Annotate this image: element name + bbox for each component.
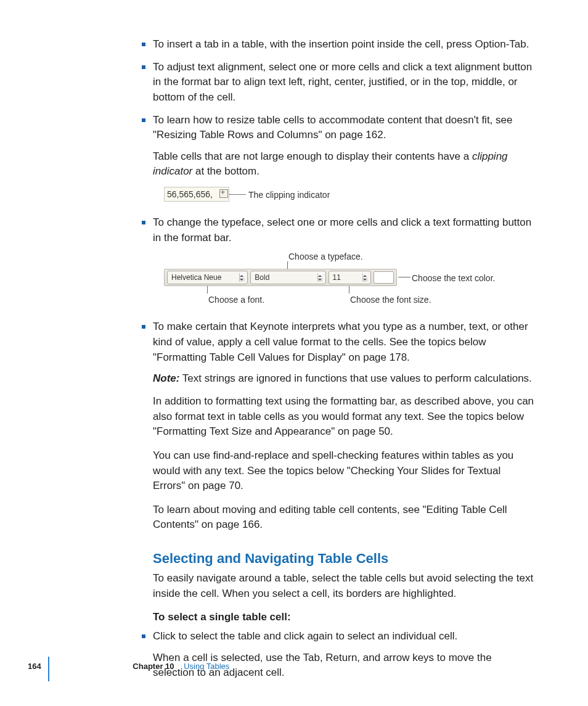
list-item: Click to select the table and click agai…: [142, 629, 536, 681]
body-text: To insert a tab in a table, with the ins…: [153, 38, 529, 50]
figure-caption: Choose a typeface.: [288, 250, 363, 263]
procedure-heading: To select a single table cell:: [142, 610, 536, 625]
body-text: You can use find-and-replace and spell-c…: [142, 448, 536, 494]
format-bar-figure: Choose a typeface. Helvetica Neue Bold 1…: [153, 250, 536, 312]
typeface-dropdown[interactable]: Bold: [250, 271, 325, 284]
chapter-label: Chapter 10: [133, 662, 174, 671]
text-color-swatch[interactable]: [374, 271, 394, 284]
body-text: Click to select the table and click agai…: [153, 630, 457, 642]
clipping-indicator-figure: 56,565,656, The clipping indicator: [153, 183, 536, 208]
body-text: To change the typeface, select one or mo…: [153, 216, 531, 244]
figure-caption: The clipping indicator: [248, 189, 330, 201]
body-text: To learn about moving and editing table …: [142, 503, 536, 533]
page-number: 164: [28, 662, 41, 671]
figure-caption: Choose the text color.: [412, 272, 495, 284]
body-text: To adjust text alignment, select one or …: [153, 61, 532, 103]
list-item: To insert a tab in a table, with the ins…: [142, 37, 536, 52]
font-dropdown[interactable]: Helvetica Neue: [167, 271, 248, 284]
list-item: To learn how to resize table cells to ac…: [142, 113, 536, 208]
body-text: To make certain that Keynote interprets …: [153, 321, 528, 363]
section-heading: Selecting and Navigating Table Cells: [142, 549, 536, 568]
body-text: To learn how to resize table cells to ac…: [153, 114, 512, 141]
list-item: To change the typeface, select one or mo…: [142, 215, 536, 312]
clipping-indicator-icon: [219, 189, 228, 198]
body-text: To easily navigate around a table, selec…: [142, 571, 536, 601]
list-item: To adjust text alignment, select one or …: [142, 60, 536, 105]
list-item: To make certain that Keynote interprets …: [142, 319, 536, 387]
body-text: Table cells that are not large enough to…: [153, 149, 536, 179]
format-bar: Helvetica Neue Bold 11: [164, 269, 397, 286]
chapter-title: Using Tables: [184, 662, 229, 671]
figure-caption: Choose a font.: [208, 293, 264, 306]
body-text: In addition to formatting text using the…: [142, 394, 536, 440]
figure-caption: Choose the font size.: [350, 293, 431, 306]
font-size-dropdown[interactable]: 11: [329, 271, 371, 284]
note-text: Note: Text strings are ignored in functi…: [153, 371, 536, 387]
